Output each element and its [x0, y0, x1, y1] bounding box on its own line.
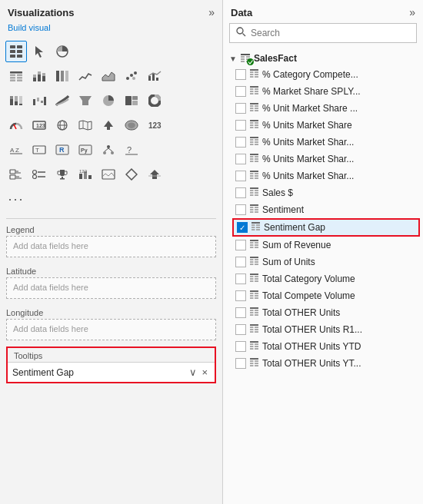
tree-item[interactable]: Total OTHER Units YTD	[232, 338, 420, 355]
tree-item[interactable]: Sentiment	[232, 201, 420, 218]
tree-item[interactable]: % Unit Market Share ...	[232, 100, 420, 117]
tooltip-close-button[interactable]: ×	[199, 366, 210, 378]
tree-item[interactable]: % Units Market Share	[232, 117, 420, 134]
viz-icon-cursor[interactable]	[28, 41, 50, 62]
viz-icon-pie[interactable]	[98, 90, 119, 111]
svg-rect-39	[41, 101, 43, 103]
viz-icon-area[interactable]	[98, 65, 119, 87]
svg-rect-183	[250, 264, 254, 265]
viz-icon-diamond[interactable]	[121, 164, 142, 185]
viz-icon-arrows[interactable]	[144, 164, 165, 185]
viz-icon-bullet[interactable]	[28, 164, 50, 185]
tree-item[interactable]: Sum of Units	[232, 254, 420, 270]
tree-item-icon	[249, 153, 259, 165]
viz-icon-az[interactable]: A Z	[5, 139, 27, 161]
tree-item-checkbox[interactable]	[235, 341, 246, 352]
viz-icon-table[interactable]	[5, 65, 27, 87]
tree-item-checkbox[interactable]	[235, 86, 246, 97]
viz-icon-gauge[interactable]	[5, 114, 27, 136]
svg-rect-177	[255, 247, 258, 248]
viz-icon-textbox[interactable]: T	[28, 139, 50, 161]
tree-item[interactable]: % Category Compete...	[232, 66, 420, 83]
viz-icon-card[interactable]: 123	[28, 114, 50, 136]
viz-icon-ribbon[interactable]	[52, 90, 73, 111]
tree-item-checkbox[interactable]	[235, 290, 246, 301]
svg-rect-182	[255, 261, 258, 263]
viz-icon-combo[interactable]	[144, 65, 165, 87]
viz-icon-arrow-up[interactable]	[98, 114, 119, 136]
data-panel-collapse-button[interactable]: »	[409, 6, 415, 18]
viz-icon-bar-stacked[interactable]	[28, 65, 50, 87]
viz-icon-dots[interactable]: ···	[5, 188, 27, 210]
svg-rect-5	[17, 55, 22, 58]
tree-item-checkbox[interactable]: ✓	[237, 222, 248, 233]
viz-icon-r[interactable]: R	[52, 139, 73, 161]
tree-item-checkbox[interactable]	[235, 204, 246, 215]
svg-rect-127	[250, 127, 254, 128]
viz-icon-trophy[interactable]	[52, 164, 73, 185]
tree-item[interactable]: % Market Share SPLY...	[232, 83, 420, 100]
viz-icon-bar-combo2[interactable]: 123	[75, 164, 96, 185]
tree-item-checkbox[interactable]	[235, 240, 246, 250]
tree-item-checkbox[interactable]	[235, 187, 246, 198]
svg-rect-221	[250, 360, 254, 362]
tree-item[interactable]: Total Compete Volume	[232, 287, 420, 304]
viz-icon-image[interactable]	[98, 164, 119, 185]
tree-item[interactable]: % Units Market Shar...	[232, 167, 420, 184]
viz-icon-donut[interactable]	[144, 90, 165, 111]
tooltip-chevron-button[interactable]: ∨	[187, 366, 199, 378]
viz-icon-bar-100[interactable]	[52, 65, 73, 87]
viz-icon-funnel[interactable]	[75, 90, 96, 111]
tree-item-checkbox[interactable]	[235, 69, 246, 80]
svg-line-67	[105, 148, 108, 151]
tree-item[interactable]: Total OTHER Units	[232, 304, 420, 321]
svg-rect-85	[88, 175, 92, 179]
viz-icon-scatter[interactable]	[121, 65, 142, 87]
tree-item[interactable]: % Units Market Shar...	[232, 134, 420, 151]
viz-icon-qa[interactable]: ?	[121, 139, 142, 161]
tree-item[interactable]: Total OTHER Units R1...	[232, 321, 420, 338]
tree-item-checkbox[interactable]	[235, 171, 246, 181]
tree-item-checkbox[interactable]	[235, 103, 246, 114]
viz-panel-collapse-button[interactable]: »	[208, 6, 215, 18]
viz-icon-waterfall[interactable]	[28, 90, 50, 111]
salesfact-label: SalesFact	[254, 53, 297, 64]
tree-item-checkbox[interactable]	[235, 137, 246, 148]
tree-item-checkbox[interactable]	[235, 358, 246, 369]
tree-item-checkbox[interactable]	[235, 120, 246, 131]
tree-item[interactable]: ✓ Sentiment Gap	[232, 218, 420, 237]
tree-item-checkbox[interactable]	[235, 154, 246, 164]
viz-icon-treemap[interactable]	[121, 90, 142, 111]
longitude-drop-area[interactable]: Add data fields here	[6, 319, 216, 340]
svg-rect-19	[42, 73, 45, 76]
latitude-drop-area[interactable]: Add data fields here	[6, 277, 216, 299]
svg-rect-43	[125, 96, 132, 105]
svg-rect-149	[255, 177, 258, 179]
tree-item-checkbox[interactable]	[235, 307, 246, 318]
tree-item[interactable]: Sum of Revenue	[232, 237, 420, 254]
legend-drop-area[interactable]: Add data fields here	[6, 236, 216, 257]
tree-item[interactable]: Total OTHER Units YT...	[232, 355, 420, 372]
viz-icon-123[interactable]: 123	[144, 114, 165, 136]
build-visual-link[interactable]: Build visual	[0, 22, 222, 37]
search-input[interactable]	[251, 28, 410, 38]
viz-icon-analytics[interactable]	[52, 41, 73, 62]
svg-rect-173	[255, 242, 258, 244]
tree-parent-salesfact[interactable]: ▼ Sa	[226, 51, 420, 66]
tree-item[interactable]: Sales $	[232, 184, 420, 201]
viz-icon-decomp[interactable]	[98, 139, 119, 161]
viz-icon-grid[interactable]	[5, 41, 27, 62]
tree-item-checkbox[interactable]	[235, 324, 246, 335]
viz-icon-map-filled[interactable]	[75, 114, 96, 136]
tree-item-checkbox[interactable]	[235, 274, 246, 284]
tree-item[interactable]: % Units Market Shar...	[232, 151, 420, 167]
viz-icon-globe[interactable]	[52, 114, 73, 136]
viz-icon-more-visuals[interactable]	[5, 164, 27, 185]
tree-item-checkbox[interactable]	[235, 257, 246, 267]
tree-item[interactable]: Total Category Volume	[232, 270, 420, 287]
viz-icon-line[interactable]	[75, 65, 96, 87]
svg-rect-168	[256, 227, 260, 228]
viz-icon-py[interactable]: Py	[75, 139, 96, 161]
viz-icon-filled-map[interactable]	[121, 114, 142, 136]
viz-icon-bar-100h[interactable]	[5, 90, 27, 111]
